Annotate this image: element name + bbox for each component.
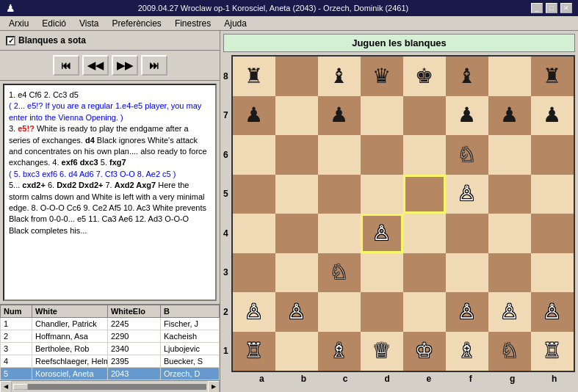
chess-square[interactable]: ♙: [233, 292, 275, 332]
chess-square[interactable]: [403, 96, 446, 136]
chess-piece[interactable]: ♝: [330, 66, 348, 87]
chess-piece[interactable]: ♟: [543, 105, 561, 126]
chess-square[interactable]: ♟: [446, 96, 488, 136]
scroll-track[interactable]: [13, 384, 206, 390]
chess-square[interactable]: [446, 214, 488, 253]
chess-piece[interactable]: ♙: [372, 223, 391, 244]
scroll-thumb[interactable]: [13, 384, 28, 390]
table-row-selected[interactable]: 5 Korosciel, Aneta 2043 Orzech, D: [1, 368, 220, 380]
chess-piece[interactable]: ♖: [245, 341, 263, 361]
table-row[interactable]: 1 Chandler, Patrick 2245 Fischer, J: [1, 318, 220, 330]
chess-square[interactable]: [446, 253, 488, 293]
maximize-button[interactable]: □: [546, 3, 557, 13]
chess-square[interactable]: [488, 135, 531, 175]
menu-vista[interactable]: Vista: [73, 17, 104, 30]
chess-board[interactable]: ♜♝♛♚♝♜♟♟♟♟♟♘♙♙♘♙♙♙♙♙♖♗♕♔♗♘♖: [231, 55, 575, 372]
chess-square[interactable]: ♖: [531, 332, 574, 371]
blanques-sota-checkbox[interactable]: ✓: [6, 36, 15, 46]
chess-square[interactable]: ♗: [446, 332, 488, 371]
chess-piece[interactable]: ♙: [543, 302, 561, 322]
prev-button[interactable]: ◀◀: [82, 55, 109, 76]
chess-square[interactable]: [233, 214, 275, 253]
table-row[interactable]: 2 Hoffmann, Asa 2290 Kacheish: [1, 330, 220, 343]
menu-preferencies[interactable]: Preferències: [106, 17, 167, 30]
game-notation[interactable]: 1. e4 Cf6 2. Cc3 d5 ( 2... e5!? If you a…: [3, 84, 217, 301]
chess-piece[interactable]: ♟: [500, 105, 519, 126]
chess-square[interactable]: [275, 57, 318, 96]
chess-piece[interactable]: ♘: [458, 145, 476, 165]
chess-piece[interactable]: ♜: [543, 66, 561, 87]
chess-piece[interactable]: ♙: [500, 302, 519, 322]
chess-square[interactable]: [361, 175, 403, 214]
chess-square[interactable]: [275, 135, 318, 175]
first-button[interactable]: ⏮: [53, 55, 79, 76]
chess-piece[interactable]: ♜: [245, 66, 263, 87]
chess-square[interactable]: ♛: [361, 57, 403, 96]
chess-square[interactable]: ♙: [275, 292, 318, 332]
chess-square[interactable]: ♙: [531, 292, 574, 332]
chess-square[interactable]: ♝: [318, 57, 361, 96]
chess-square[interactable]: [318, 292, 361, 332]
chess-square[interactable]: [361, 292, 403, 332]
chess-piece[interactable]: ♟: [330, 105, 348, 126]
chess-piece[interactable]: ♔: [415, 341, 433, 361]
chess-square[interactable]: [233, 175, 275, 214]
chess-square[interactable]: [488, 175, 531, 214]
chess-square[interactable]: [233, 135, 275, 175]
chess-square[interactable]: ♘: [318, 253, 361, 293]
chess-square[interactable]: ♙: [361, 214, 403, 253]
chess-square[interactable]: ♖: [233, 332, 275, 371]
chess-square[interactable]: ♗: [318, 332, 361, 371]
chess-piece[interactable]: ♘: [500, 341, 519, 361]
chess-square[interactable]: [275, 253, 318, 293]
chess-square[interactable]: ♘: [488, 332, 531, 371]
chess-square[interactable]: [233, 253, 275, 293]
chess-square[interactable]: [318, 214, 361, 253]
menu-finestres[interactable]: Finestres: [169, 17, 217, 30]
chess-square[interactable]: [531, 175, 574, 214]
chess-piece[interactable]: ♟: [245, 105, 263, 126]
horizontal-scrollbar[interactable]: ◀ ▶: [0, 380, 220, 392]
chess-square[interactable]: ♕: [361, 332, 403, 371]
chess-square[interactable]: ♘: [446, 135, 488, 175]
chess-square[interactable]: [318, 175, 361, 214]
menu-edicio[interactable]: Edició: [36, 17, 72, 30]
chess-square[interactable]: ♙: [488, 292, 531, 332]
chess-square[interactable]: [403, 253, 446, 293]
chess-square[interactable]: [488, 57, 531, 96]
menu-ajuda[interactable]: Ajuda: [218, 17, 253, 30]
chess-square[interactable]: ♟: [531, 96, 574, 136]
close-button[interactable]: ✕: [560, 3, 572, 13]
chess-piece[interactable]: ♖: [543, 341, 561, 361]
chess-square[interactable]: ♔: [403, 332, 446, 371]
chess-square[interactable]: ♙: [446, 175, 488, 214]
chess-piece[interactable]: ♛: [372, 66, 391, 87]
chess-square[interactable]: [488, 214, 531, 253]
blanques-sota-label[interactable]: ✓ Blanques a sota: [6, 35, 214, 46]
chess-square[interactable]: [361, 135, 403, 175]
chess-square[interactable]: ♜: [531, 57, 574, 96]
scroll-right-button[interactable]: ▶: [208, 381, 220, 393]
chess-square[interactable]: [275, 214, 318, 253]
chess-square[interactable]: [318, 135, 361, 175]
chess-square[interactable]: [403, 175, 446, 214]
chess-square[interactable]: [275, 175, 318, 214]
chess-piece[interactable]: ♕: [372, 341, 391, 361]
chess-square[interactable]: ♚: [403, 57, 446, 96]
chess-square[interactable]: [275, 96, 318, 136]
last-button[interactable]: ⏭: [141, 55, 167, 76]
chess-square[interactable]: [531, 253, 574, 293]
chess-square[interactable]: ♙: [446, 292, 488, 332]
minimize-button[interactable]: _: [531, 3, 543, 13]
chess-square[interactable]: [403, 135, 446, 175]
chess-square[interactable]: ♟: [488, 96, 531, 136]
chess-piece[interactable]: ♗: [458, 341, 476, 361]
chess-piece[interactable]: ♙: [458, 302, 476, 322]
chess-square[interactable]: [531, 214, 574, 253]
chess-square[interactable]: [361, 96, 403, 136]
chess-piece[interactable]: ♝: [458, 66, 476, 87]
chess-piece[interactable]: ♙: [458, 184, 476, 204]
chess-square[interactable]: ♟: [233, 96, 275, 136]
scroll-left-button[interactable]: ◀: [0, 381, 12, 393]
chess-piece[interactable]: ♙: [245, 302, 263, 322]
